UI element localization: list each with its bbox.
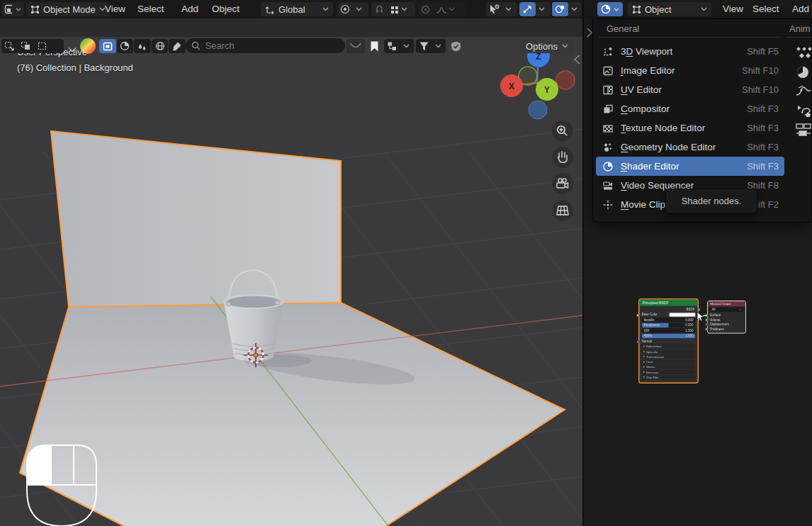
menu-item-geometry-node-editor[interactable]: Geometry Node Editor Shift F3 — [596, 138, 784, 157]
proportional-circle-icon — [421, 5, 430, 14]
panel-thin-film[interactable]: Thin Film — [642, 375, 696, 379]
alpha-slider[interactable]: Alpha 1.000 — [642, 334, 696, 339]
editor-type-button[interactable] — [1, 2, 24, 16]
shader-menu-select[interactable]: Select — [748, 0, 784, 18]
normal-socket[interactable] — [636, 340, 640, 344]
zoom-button[interactable] — [552, 121, 573, 142]
droplets-button[interactable] — [134, 39, 151, 53]
brush-button[interactable] — [169, 39, 186, 53]
dope-sheet-icon[interactable] — [796, 46, 811, 60]
menu-item-uv-editor[interactable]: UV Editor Shift F10 — [596, 80, 784, 99]
gizmo-neg-z-ball[interactable] — [529, 101, 547, 119]
options-dropdown[interactable]: Options — [520, 39, 574, 53]
globe-icon — [155, 41, 165, 51]
protect-button[interactable] — [447, 39, 464, 53]
navigation-gizmo[interactable]: Z X Y — [500, 45, 575, 119]
tool-header-chevron[interactable] — [68, 43, 77, 55]
floor-plane[interactable] — [20, 303, 565, 526]
menu-item-shader-editor[interactable]: Shader Editor Shift F3 — [596, 157, 784, 176]
circle-quarter-icon — [120, 41, 130, 51]
menu-object[interactable]: Object — [208, 0, 244, 18]
collapse-triangle-icon — [643, 356, 645, 358]
pivot-point-icon — [340, 4, 350, 14]
select-subtract-button[interactable] — [34, 39, 50, 53]
timeline-icon[interactable] — [796, 65, 811, 79]
panel-emission[interactable]: Emission — [642, 370, 696, 374]
menu-view[interactable]: View — [101, 0, 130, 18]
arc-curve-icon — [349, 42, 362, 50]
select-set-icon — [4, 41, 15, 51]
search-field[interactable] — [186, 38, 345, 53]
shader-menu-view[interactable]: View — [718, 0, 748, 18]
snap-toggle[interactable] — [371, 2, 387, 16]
editor-type-button-shader[interactable] — [597, 2, 623, 16]
shader-mode-dropdown[interactable]: Object — [628, 2, 711, 16]
node-link-layer — [690, 302, 733, 330]
transform-orientation-dropdown[interactable]: Global — [261, 2, 333, 16]
show-gizmo-toggle[interactable] — [519, 2, 536, 16]
filter-dropdown[interactable] — [416, 39, 446, 53]
menu-item-image-editor[interactable]: Image Editor Shift F10 — [596, 61, 784, 80]
snap-targets-icon — [390, 5, 399, 14]
graph-editor-icon[interactable] — [796, 84, 811, 99]
menu-item-3d-viewport[interactable]: 3D Viewport Shift F5 — [596, 42, 784, 61]
gizmo-neg-x-ball[interactable] — [556, 71, 575, 89]
panel-specular[interactable]: Specular — [642, 349, 696, 354]
roughness-slider[interactable]: Roughness 0.500 — [642, 323, 696, 328]
hierarchy-icon — [387, 41, 397, 51]
globe-button[interactable] — [152, 39, 169, 53]
matcap-ball-icon[interactable] — [80, 38, 96, 54]
base-color-row[interactable]: Base Color — [642, 313, 696, 318]
select-set-button[interactable] — [1, 39, 18, 53]
box-select-tool-active[interactable] — [99, 39, 116, 53]
display-mode-dropdown[interactable] — [384, 39, 414, 53]
menu-item-texture-node-editor[interactable]: Texture Node Editor Shift F3 — [596, 118, 784, 138]
bookmark-button[interactable] — [366, 39, 383, 53]
base-color-socket[interactable] — [636, 314, 640, 318]
shader-menu-add[interactable]: Add — [788, 0, 812, 18]
shortcut: Shift F10 — [742, 84, 779, 95]
menu-select[interactable]: Select — [133, 0, 169, 18]
drivers-icon[interactable] — [796, 103, 811, 118]
metallic-slider[interactable]: Metallic 0.000 — [642, 318, 696, 323]
snap-to-dropdown[interactable] — [387, 2, 410, 16]
panel-transmission[interactable]: Transmission — [642, 354, 696, 359]
curve-display-button[interactable] — [346, 39, 365, 53]
chevron-down-icon — [701, 7, 707, 11]
mode-dropdown[interactable]: Object Mode — [26, 2, 110, 16]
slider-label: Metallic — [644, 318, 655, 323]
nla-editor-icon[interactable] — [796, 123, 811, 137]
proportional-edit-toggle[interactable] — [418, 2, 433, 16]
panel-coat[interactable]: Coat — [642, 359, 696, 364]
gizmo-dropdown[interactable] — [536, 2, 548, 16]
pan-button[interactable] — [552, 147, 573, 168]
menu-item-compositor[interactable]: Compositor Shift F3 — [596, 99, 784, 118]
ior-slider[interactable]: IOR 1.500 — [642, 328, 696, 333]
shortcut: Shift F3 — [747, 161, 779, 172]
falloff-dropdown[interactable] — [433, 2, 458, 16]
camera-view-button[interactable] — [552, 173, 573, 194]
panel-subsurface[interactable]: Subsurface — [642, 345, 696, 349]
show-overlays-toggle[interactable] — [552, 2, 568, 16]
panel-sheen[interactable]: Sheen — [642, 365, 696, 369]
search-input[interactable] — [204, 40, 339, 52]
editor-3d-viewport-icon — [4, 4, 12, 14]
sidebar-toggle-arrow[interactable] — [575, 55, 580, 64]
tooltip: Shader nodes. — [665, 189, 757, 213]
3d-viewport-icon — [602, 46, 614, 57]
chevron-down-icon — [505, 7, 512, 11]
compositor-icon — [602, 103, 614, 115]
select-extend-button[interactable] — [18, 39, 34, 53]
wall-plane[interactable] — [51, 131, 341, 307]
object-mode-icon — [30, 5, 40, 14]
visibility-filter-dropdown[interactable] — [486, 2, 517, 16]
pie-circle-button[interactable] — [117, 39, 134, 53]
chevron-down-icon — [435, 44, 441, 48]
shortcut: Shift F3 — [747, 123, 779, 133]
select-extend-icon — [21, 41, 31, 51]
overlays-dropdown[interactable] — [568, 2, 580, 16]
pivot-point-dropdown[interactable] — [337, 2, 368, 16]
menu-add[interactable]: Add — [177, 0, 203, 18]
3d-viewport[interactable]: Z X Y — [0, 37, 582, 526]
grid-ortho-button[interactable] — [552, 200, 573, 221]
